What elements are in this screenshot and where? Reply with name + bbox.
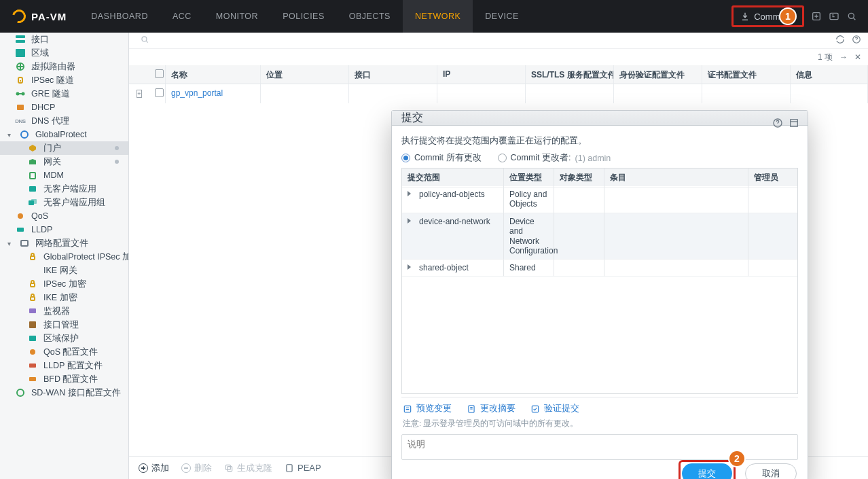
scope-col-scope: 提交范围 <box>402 168 504 188</box>
modal-body: 执行提交将在提交范围内覆盖正在运行的配置。 Commit 所有更改 Commit… <box>392 126 808 460</box>
side-label: LLDP 配置文件 <box>43 360 103 372</box>
svg-rect-10 <box>17 105 24 110</box>
brand-logo-icon <box>10 7 28 25</box>
svg-rect-3 <box>16 35 25 38</box>
caret-down-icon: ▾ <box>5 240 12 247</box>
side-gp-clientless-group[interactable]: 无客户端应用组 <box>0 196 128 209</box>
modal-help-icon[interactable] <box>772 118 783 131</box>
brand-text: PA-VM <box>31 11 67 22</box>
side-label: 监视器 <box>43 306 70 317</box>
commit-scope-table: 提交范围 位置类型 对象类型 条目 管理员 policy-and-objects… <box>401 168 798 394</box>
nav-monitor[interactable]: MONITOR <box>204 0 270 33</box>
side-dns-proxy[interactable]: DNSDNS 代理 <box>0 114 128 128</box>
side-label: LLDP <box>31 225 52 234</box>
side-label: 门户 <box>43 143 61 154</box>
side-zones[interactable]: 区域 <box>0 46 128 60</box>
side-label: IPSec 隧道 <box>31 75 74 86</box>
preview-changes-link[interactable]: 预览变更 <box>403 403 452 414</box>
nav-objects[interactable]: OBJECTS <box>337 0 403 33</box>
radio-commit-all[interactable]: Commit 所有更改 <box>401 152 482 164</box>
cancel-button[interactable]: 取消 <box>745 463 797 479</box>
side-label: 无客户端应用 <box>43 183 96 195</box>
svg-rect-38 <box>532 406 538 412</box>
nav-network[interactable]: NETWORK <box>403 0 473 33</box>
sidebar: 接口 区域 虚拟路由器 IPSec 隧道 GRE 隧道 DHCP DNSDNS … <box>0 33 129 479</box>
expand-arrow-icon[interactable] <box>408 191 411 196</box>
modal-footer: 提交 2 取消 <box>392 460 808 479</box>
side-gp-ipsec-crypto[interactable]: GlobalProtect IPSec 加密 <box>0 250 128 264</box>
side-ike-crypto[interactable]: IKE 加密 <box>0 291 128 304</box>
svg-rect-19 <box>31 256 35 260</box>
svg-point-28 <box>17 389 24 396</box>
expand-arrow-icon[interactable] <box>408 218 411 224</box>
svg-rect-21 <box>31 297 35 300</box>
side-globalprotect[interactable]: ▾GlobalProtect <box>0 128 128 141</box>
nav-acc[interactable]: ACC <box>160 0 204 33</box>
side-label: GlobalProtect <box>35 130 87 139</box>
side-interface-mgmt[interactable]: 接口管理 <box>0 318 128 332</box>
side-sdwan-profile[interactable]: SD-WAN 接口配置文件 <box>0 386 128 400</box>
side-gp-mdm[interactable]: MDM <box>0 168 128 182</box>
side-label: IPSec 加密 <box>43 279 86 290</box>
side-ike-gateways[interactable]: IKE 网关 <box>0 264 128 277</box>
side-qos[interactable]: QoS <box>0 209 128 223</box>
scope-row[interactable]: policy-and-objects Policy and Objects <box>402 186 797 213</box>
side-gre-tunnels[interactable]: GRE 隧道 <box>0 87 128 101</box>
scope-col-objtype: 对象类型 <box>554 168 604 188</box>
side-network-profiles[interactable]: ▾网络配置文件 <box>0 236 128 250</box>
svg-rect-24 <box>29 336 36 341</box>
commit-icon <box>740 12 750 21</box>
side-dhcp[interactable]: DHCP <box>0 101 128 114</box>
expand-arrow-icon[interactable] <box>408 264 411 270</box>
side-label: 虚拟路由器 <box>31 61 75 73</box>
side-label: IKE 加密 <box>43 292 77 304</box>
nav-policies[interactable]: POLICIES <box>270 0 337 33</box>
brand: PA-VM <box>0 10 79 23</box>
commit-modal: 提交 执行提交将在提交范围内覆盖正在运行的配置。 Commit 所有更改 Com… <box>391 110 808 479</box>
language-icon[interactable] <box>829 11 839 22</box>
side-label: GlobalProtect IPSec 加密 <box>43 251 129 263</box>
side-label: 接口 <box>31 34 49 46</box>
top-nav: DASHBOARD ACC MONITOR POLICIES OBJECTS N… <box>79 0 531 33</box>
side-label: 区域保护 <box>43 333 79 344</box>
side-label: 区域 <box>31 48 49 59</box>
side-label: SD-WAN 接口配置文件 <box>31 387 121 399</box>
svg-rect-13 <box>29 186 36 192</box>
annotation-2: 2 <box>728 450 746 467</box>
scope-row[interactable]: device-and-network Device and Network Co… <box>402 213 797 260</box>
side-gp-portals[interactable]: 门户 <box>0 141 128 155</box>
side-gp-gateways[interactable]: 网关 <box>0 155 128 168</box>
side-virtual-router[interactable]: 虚拟路由器 <box>0 60 128 73</box>
side-zone-protection[interactable]: 区域保护 <box>0 332 128 345</box>
side-gp-clientless[interactable]: 无客户端应用 <box>0 182 128 196</box>
change-indicator-icon <box>115 146 119 150</box>
nav-dashboard[interactable]: DASHBOARD <box>79 0 160 33</box>
svg-rect-15 <box>31 199 37 204</box>
side-label: DHCP <box>31 103 55 112</box>
task-manager-icon[interactable] <box>811 11 822 22</box>
scope-header: 提交范围 位置类型 对象类型 条目 管理员 <box>402 168 797 186</box>
side-lldp[interactable]: LLDP <box>0 223 128 236</box>
search-icon[interactable] <box>846 11 857 22</box>
side-monitor-profile[interactable]: 监视器 <box>0 304 128 318</box>
modal-description: 执行提交将在提交范围内覆盖正在运行的配置。 <box>401 135 798 147</box>
svg-rect-17 <box>17 228 24 232</box>
annotation-1: 1 <box>779 7 797 25</box>
change-summary-link[interactable]: 更改摘要 <box>467 403 516 414</box>
scope-row[interactable]: shared-object Shared <box>402 260 797 277</box>
side-label: 网络配置文件 <box>35 238 88 249</box>
side-qos-profile[interactable]: QoS 配置文件 <box>0 345 128 359</box>
side-lldp-profile[interactable]: LLDP 配置文件 <box>0 359 128 372</box>
validate-commit-link[interactable]: 验证提交 <box>530 403 579 414</box>
topbar: PA-VM DASHBOARD ACC MONITOR POLICIES OBJ… <box>0 0 868 33</box>
svg-point-16 <box>18 213 23 219</box>
side-label: DNS 代理 <box>31 116 69 127</box>
submit-button[interactable]: 提交 <box>682 463 732 479</box>
nav-device[interactable]: DEVICE <box>473 0 531 33</box>
side-ipsec-tunnels[interactable]: IPSec 隧道 <box>0 73 128 87</box>
side-interfaces[interactable]: 接口 <box>0 33 128 46</box>
modal-window-icon[interactable] <box>789 118 799 131</box>
side-ipsec-crypto[interactable]: IPSec 加密 <box>0 277 128 291</box>
side-bfd-profile[interactable]: BFD 配置文件 <box>0 372 128 386</box>
radio-commit-by-admin[interactable]: Commit 更改者:(1) admin <box>498 152 611 164</box>
